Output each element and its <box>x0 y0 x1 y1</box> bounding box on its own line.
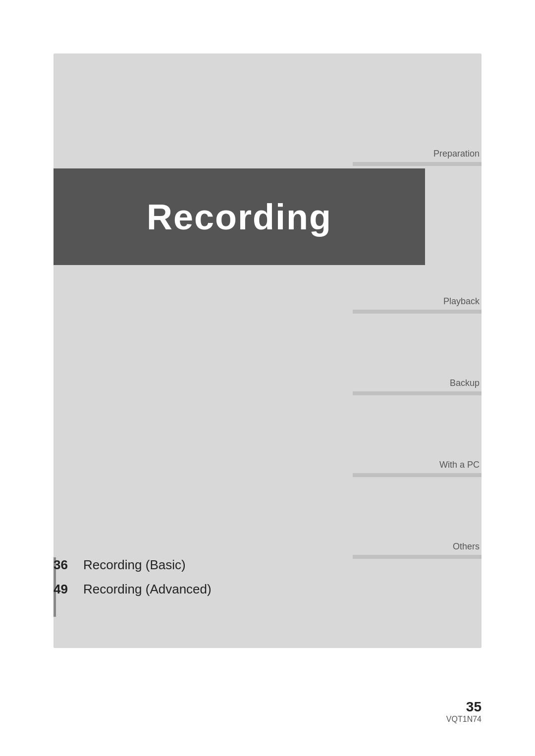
recording-section: Recording <box>54 168 425 265</box>
section-others: Others <box>338 541 482 559</box>
model-number: VQT1N74 <box>446 715 482 723</box>
recording-title: Recording <box>147 197 332 237</box>
toc-text-2: Recording (Advanced) <box>83 582 212 597</box>
page-container: Preparation Playback Backup With a PC Ot… <box>0 0 535 756</box>
preparation-bar <box>353 162 482 166</box>
section-playback: Playback <box>338 296 482 314</box>
page-number: 35 <box>446 699 482 715</box>
playback-bar <box>353 310 482 314</box>
toc-text-1: Recording (Basic) <box>83 557 186 573</box>
playback-label: Playback <box>443 296 482 307</box>
toc-entry-2: 49 Recording (Advanced) <box>54 582 331 597</box>
toc-container: 36 Recording (Basic) 49 Recording (Advan… <box>54 557 331 606</box>
backup-bar <box>353 391 482 395</box>
toc-number-1: 36 <box>54 557 83 573</box>
toc-number-2: 49 <box>54 582 83 597</box>
section-backup: Backup <box>338 378 482 395</box>
section-preparation: Preparation <box>338 149 482 166</box>
preparation-label: Preparation <box>433 149 482 159</box>
toc-entry-1: 36 Recording (Basic) <box>54 557 331 573</box>
others-label: Others <box>453 541 482 552</box>
withapc-label: With a PC <box>439 460 482 470</box>
withapc-bar <box>353 473 482 477</box>
others-bar <box>353 555 482 559</box>
section-withapc: With a PC <box>338 460 482 477</box>
page-number-container: 35 VQT1N74 <box>446 699 482 724</box>
backup-label: Backup <box>450 378 482 388</box>
